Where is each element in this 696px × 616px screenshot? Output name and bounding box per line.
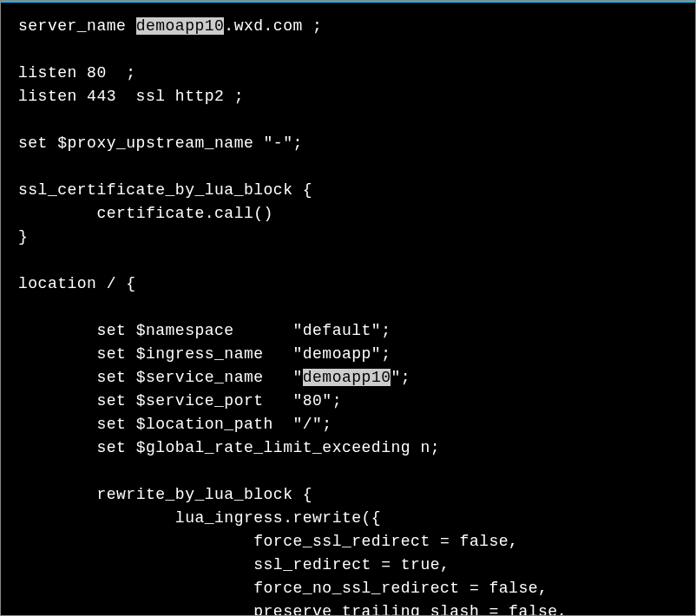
code-line [18, 249, 678, 272]
code-line: ssl_certificate_by_lua_block { [18, 179, 678, 202]
code-line: rewrite_by_lua_block { [18, 483, 678, 507]
code-line: listen 443 ssl http2 ; [18, 85, 678, 108]
code-text: set $ingress_name "demoapp"; [96, 345, 391, 363]
code-line: set $namespace "default"; [18, 319, 678, 343]
code-line: set $service_name "demoapp10"; [18, 366, 678, 390]
code-line: force_ssl_redirect = false, [18, 530, 678, 554]
code-text: .wxd.com ; [224, 17, 322, 35]
code-text: set $global_rate_limit_exceeding n; [96, 439, 440, 456]
code-text: location / { [18, 275, 136, 292]
code-line: set $location_path "/"; [18, 413, 678, 436]
code-text: force_no_ssl_redirect = false, [253, 580, 548, 597]
code-line [18, 38, 678, 62]
code-line [18, 155, 678, 179]
code-text: } [18, 228, 28, 246]
code-text: rewrite_by_lua_block { [96, 486, 312, 503]
code-line: force_no_ssl_redirect = false, [18, 577, 678, 600]
code-line: set $global_rate_limit_exceeding n; [18, 436, 678, 460]
code-line: location / { [18, 272, 678, 296]
code-text: set $namespace "default"; [96, 322, 391, 339]
code-text: preserve_trailing_slash = false, [253, 603, 568, 616]
code-line: server_name demoapp10.wxd.com ; [18, 15, 678, 38]
window-top-border [1, 1, 695, 3]
code-text: listen 443 ssl http2 ; [18, 88, 244, 105]
code-text: ssl_redirect = true, [253, 556, 450, 573]
code-text: server_name [18, 17, 136, 35]
code-line: preserve_trailing_slash = false, [18, 600, 678, 616]
code-line [18, 460, 678, 483]
code-text: set $location_path "/"; [96, 416, 332, 433]
code-text: listen 80 ; [18, 64, 136, 82]
code-line: set $service_port "80"; [18, 390, 678, 413]
terminal-output: server_name demoapp10.wxd.com ; listen 8… [1, 1, 695, 616]
code-text: set $proxy_upstream_name "-"; [18, 134, 303, 152]
code-line: lua_ingress.rewrite({ [18, 507, 678, 530]
code-text: set $service_name " [96, 369, 302, 386]
code-text: ssl_certificate_by_lua_block { [18, 181, 312, 199]
code-line: set $ingress_name "demoapp"; [18, 343, 678, 366]
code-text: certificate.call() [96, 205, 272, 222]
code-line: set $proxy_upstream_name "-"; [18, 132, 678, 155]
code-text: "; [391, 369, 410, 386]
code-line: certificate.call() [18, 202, 678, 226]
code-line [18, 108, 678, 132]
code-text: set $service_port "80"; [96, 392, 342, 410]
code-line: ssl_redirect = true, [18, 554, 678, 577]
code-text: lua_ingress.rewrite({ [175, 509, 381, 527]
code-line: } [18, 226, 678, 249]
highlighted-text: demoapp10 [303, 369, 391, 386]
code-line [18, 296, 678, 319]
highlighted-text: demoapp10 [136, 17, 225, 35]
code-text: force_ssl_redirect = false, [253, 533, 518, 550]
code-line: listen 80 ; [18, 62, 678, 85]
